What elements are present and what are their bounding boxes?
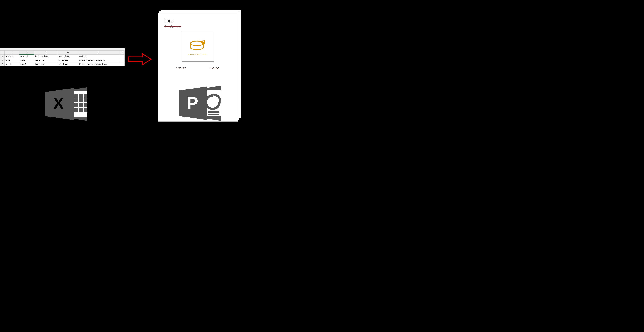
excel-app-icon: X: [42, 86, 96, 122]
svg-rect-11: [74, 108, 78, 112]
svg-rect-21: [208, 114, 220, 115]
slide-team-label: チーム；hoge: [164, 24, 231, 28]
excel-cell-F3[interactable]: [120, 62, 125, 66]
cheese-icon: [188, 38, 207, 52]
excel-col-E[interactable]: E: [78, 51, 120, 55]
excel-spreadsheet: A B C D E F 1 タイトル チーム名 概要（日本語） 概要（英語） 画…: [0, 48, 125, 66]
slide-summary-en: hogehoge: [210, 66, 219, 69]
excel-x-letter: X: [53, 94, 64, 112]
svg-rect-13: [84, 108, 87, 112]
excel-col-B[interactable]: B: [20, 51, 34, 55]
excel-row-1[interactable]: 1: [0, 55, 5, 58]
svg-rect-6: [79, 98, 83, 102]
slide-title: hoge: [164, 18, 231, 23]
excel-corner-cell[interactable]: [0, 51, 5, 55]
excel-col-A[interactable]: A: [5, 51, 20, 55]
excel-cell-B3[interactable]: hoge2: [20, 62, 34, 66]
excel-cell-C2[interactable]: hogehoge: [34, 58, 58, 62]
transform-arrow-icon: [128, 53, 152, 66]
svg-rect-3: [79, 94, 83, 98]
powerpoint-app-icon: P: [178, 85, 229, 122]
excel-grid[interactable]: A B C D E F 1 タイトル チーム名 概要（日本語） 概要（英語） 画…: [0, 50, 125, 66]
svg-rect-5: [74, 98, 78, 102]
svg-rect-16: [203, 41, 204, 42]
excel-cell-D3[interactable]: hogehoge: [58, 62, 78, 66]
excel-cell-C3[interactable]: hogehoge: [34, 62, 58, 66]
excel-cell-B2[interactable]: hoge: [20, 58, 34, 62]
excel-cell-E3[interactable]: Poster_image/hogehoge2.jpg: [78, 62, 120, 66]
excel-cell-F1[interactable]: [120, 55, 125, 58]
excel-cell-F2[interactable]: [120, 58, 125, 62]
svg-rect-7: [84, 98, 87, 102]
svg-rect-10: [84, 103, 87, 107]
excel-row-2[interactable]: 2: [0, 58, 5, 62]
excel-cell-A2[interactable]: hoge: [5, 58, 20, 62]
svg-rect-2: [74, 94, 78, 98]
excel-cell-B1[interactable]: チーム名: [20, 55, 34, 58]
svg-rect-8: [74, 103, 78, 107]
ppt-p-letter: P: [187, 94, 198, 112]
excel-col-D[interactable]: D: [58, 51, 78, 55]
excel-cell-E1[interactable]: 画像パス: [78, 55, 120, 58]
svg-rect-9: [79, 103, 83, 107]
slide-summary-jp: hogehoge: [176, 66, 186, 69]
svg-rect-12: [79, 108, 83, 112]
slide-summary-row: hogehoge hogehoge: [164, 66, 231, 69]
excel-cell-E2[interactable]: Poster_image/hogehoge.jpg: [78, 58, 120, 62]
excel-row-3[interactable]: 3: [0, 62, 5, 66]
excel-cell-D1[interactable]: 概要（英語）: [58, 55, 78, 58]
svg-rect-4: [84, 94, 87, 98]
excel-cell-A1[interactable]: タイトル: [5, 55, 20, 58]
slide-image-caption: camembert_mm: [188, 53, 207, 55]
excel-cell-A3[interactable]: hoge2: [5, 62, 20, 66]
excel-col-C[interactable]: C: [34, 51, 58, 55]
excel-ribbon-fragment: [0, 48, 125, 50]
excel-cell-C1[interactable]: 概要（日本語）: [34, 55, 58, 58]
svg-rect-20: [208, 111, 220, 112]
excel-col-F[interactable]: F: [120, 51, 125, 55]
slide-image-placeholder: camembert_mm: [182, 31, 214, 62]
excel-cell-D2[interactable]: hogehoge: [58, 58, 78, 62]
